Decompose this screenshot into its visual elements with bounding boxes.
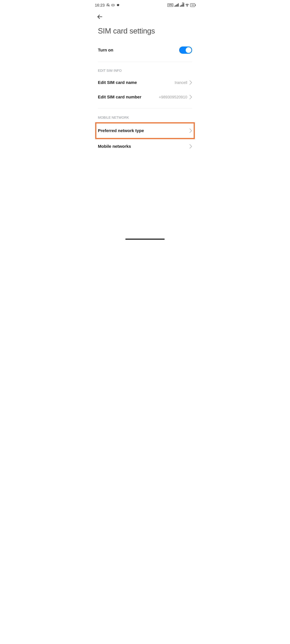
section-header-edit-sim-info: EDIT SIM INFO xyxy=(98,66,192,75)
battery-icon: 93 xyxy=(190,3,195,7)
preferred-network-type-highlight: Preferred network type xyxy=(95,122,195,139)
chevron-right-icon xyxy=(189,95,192,99)
turn-on-label: Turn on xyxy=(98,48,113,52)
status-bar: 16:23 VPN 4G xyxy=(91,0,199,9)
status-right: VPN 4G 93 xyxy=(167,3,195,7)
preferred-network-type-label: Preferred network type xyxy=(98,128,144,133)
preferred-network-type-row[interactable]: Preferred network type xyxy=(96,124,194,138)
signal-sim2-4g-icon: 4G xyxy=(180,4,184,7)
edit-sim-name-value: Irancell xyxy=(175,80,187,85)
chevron-right-icon xyxy=(189,80,192,85)
battery-percentage: 93 xyxy=(191,4,194,7)
turn-on-toggle[interactable] xyxy=(179,46,192,54)
turn-on-row[interactable]: Turn on xyxy=(98,43,192,57)
edit-sim-number-value: +989309520910 xyxy=(159,95,187,100)
mobile-networks-label: Mobile networks xyxy=(98,144,131,149)
edit-sim-number-row[interactable]: Edit SIM card number +989309520910 xyxy=(98,90,192,104)
back-button[interactable] xyxy=(97,18,103,20)
vpn-icon: VPN xyxy=(167,4,173,7)
notifications-muted-icon xyxy=(106,3,110,7)
do-not-disturb-icon xyxy=(111,4,115,6)
gear-icon xyxy=(116,4,119,7)
page-title: SIM card settings xyxy=(91,22,199,43)
chevron-right-icon xyxy=(189,128,192,133)
divider xyxy=(98,108,192,109)
edit-sim-name-row[interactable]: Edit SIM card name Irancell xyxy=(98,75,192,90)
status-left: 16:23 xyxy=(95,3,119,8)
wifi-icon xyxy=(185,3,189,7)
divider xyxy=(98,62,192,62)
edit-sim-number-label: Edit SIM card number xyxy=(98,95,141,100)
chevron-right-icon xyxy=(189,144,192,148)
section-header-mobile-network: MOBILE NETWORK xyxy=(98,113,192,122)
svg-point-2 xyxy=(187,6,187,6)
signal-sim1-icon xyxy=(174,4,179,7)
home-indicator[interactable] xyxy=(125,238,165,240)
edit-sim-name-label: Edit SIM card name xyxy=(98,80,137,85)
status-time: 16:23 xyxy=(95,3,105,8)
mobile-networks-row[interactable]: Mobile networks xyxy=(98,139,192,154)
